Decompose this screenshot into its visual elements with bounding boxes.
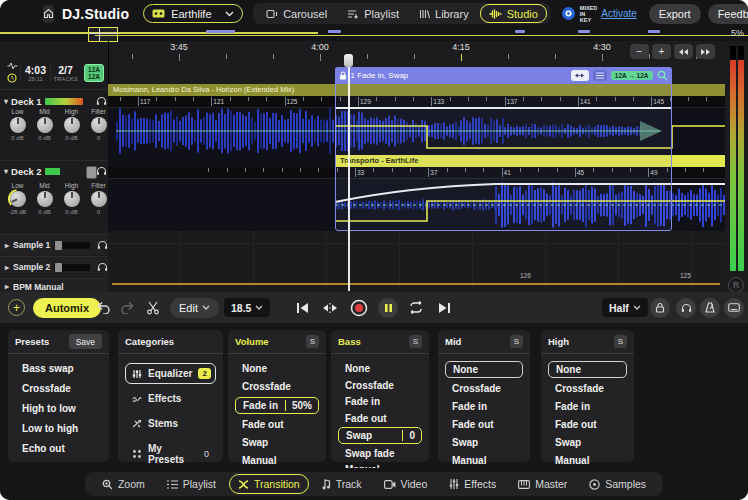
transition-preview-button[interactable]: [571, 70, 589, 81]
tab-video[interactable]: Video: [375, 474, 437, 494]
category-my-presets[interactable]: My Presets 0: [125, 438, 216, 470]
skip-to-start-button[interactable]: [295, 302, 309, 314]
category-equalizer[interactable]: Equalizer 2: [125, 363, 216, 384]
volume-option-fade-in[interactable]: Fade in50%: [235, 397, 319, 414]
activate-link[interactable]: Activate: [601, 8, 637, 19]
tempo-dropdown[interactable]: 18.5: [224, 298, 270, 317]
transition-region[interactable]: 1 Fade in, Swap 12A → 12A: [335, 67, 672, 231]
volume-solo-button[interactable]: S: [306, 335, 319, 348]
redo-button[interactable]: [120, 301, 135, 314]
metronome-button[interactable]: [700, 298, 720, 318]
minimap-viewport[interactable]: [88, 27, 118, 42]
high-option-fade-out[interactable]: Fade out: [548, 417, 627, 432]
lock-button[interactable]: [650, 298, 670, 318]
preset-item[interactable]: High to low: [15, 401, 102, 416]
high-option-crossfade[interactable]: Crossfade: [548, 381, 627, 396]
tempo-automation-line[interactable]: [112, 283, 720, 285]
tab-zoom[interactable]: Zoom: [93, 474, 154, 494]
preset-item[interactable]: Crossfade: [15, 381, 102, 396]
tab-library[interactable]: Library: [410, 4, 478, 23]
skip-to-end-button[interactable]: [438, 302, 452, 314]
tab-carousel[interactable]: Carousel: [257, 4, 336, 23]
deck2-filter-knob[interactable]: [91, 191, 107, 207]
bass-option-none[interactable]: None: [338, 361, 422, 376]
deck1-high-knob[interactable]: [64, 117, 80, 133]
sample1-row[interactable]: ▸ Sample 1: [0, 234, 113, 255]
bass-option-swap[interactable]: Swap0: [338, 427, 422, 444]
preset-item[interactable]: Low to high: [15, 421, 102, 436]
mid-option-manual[interactable]: Manual: [445, 453, 523, 468]
headphones-icon[interactable]: [97, 262, 108, 272]
tab-playlist[interactable]: Playlist: [338, 4, 408, 23]
edit-mode-dropdown[interactable]: Edit: [170, 298, 219, 318]
skip-back-button[interactable]: [674, 44, 693, 59]
tempo-lane[interactable]: 126 125: [108, 256, 725, 291]
mid-option-none[interactable]: None: [445, 361, 523, 378]
volume-option-none[interactable]: None: [235, 361, 319, 376]
half-time-dropdown[interactable]: Half: [602, 298, 648, 317]
volume-option-fade-out[interactable]: Fade out: [235, 417, 319, 432]
category-effects[interactable]: Effects: [125, 388, 216, 409]
tab-studio[interactable]: Studio: [480, 4, 547, 23]
playhead-handle[interactable]: [344, 54, 353, 67]
deck2-header[interactable]: ▾ Deck 2: [0, 160, 112, 178]
arrangement-area[interactable]: 3:454:004:154:30 − + Mosimann, Leandro D…: [108, 41, 725, 291]
high-option-manual[interactable]: Manual: [548, 453, 627, 468]
bass-solo-button[interactable]: S: [409, 335, 422, 348]
transition-list-button[interactable]: [593, 70, 607, 81]
arrangement-minimap[interactable]: 5%: [0, 27, 748, 41]
tab-playlist-bottom[interactable]: Playlist: [158, 474, 225, 494]
add-button[interactable]: +: [8, 299, 25, 316]
mid-option-fade-out[interactable]: Fade out: [445, 417, 523, 432]
category-stems[interactable]: Stems: [125, 413, 216, 434]
mid-option-fade-in[interactable]: Fade in: [445, 399, 523, 414]
sample1-fader[interactable]: [54, 242, 90, 249]
jump-to-transition-button[interactable]: [322, 302, 338, 314]
deck1-header[interactable]: ▾ Deck 1: [0, 94, 112, 108]
headphones-icon[interactable]: [96, 96, 107, 106]
loop-button[interactable]: [408, 301, 424, 314]
deck1-mid-knob[interactable]: [37, 117, 53, 133]
deck2-low-knob[interactable]: [10, 191, 26, 207]
tab-track[interactable]: Track: [313, 474, 371, 494]
playhead[interactable]: [348, 54, 350, 291]
home-button[interactable]: [43, 5, 54, 23]
mid-option-crossfade[interactable]: Crossfade: [445, 381, 523, 396]
pause-button[interactable]: [378, 298, 398, 318]
high-solo-button[interactable]: S: [614, 335, 627, 348]
export-button[interactable]: Export: [649, 4, 701, 24]
headphones-icon[interactable]: [96, 166, 107, 176]
deck1-filter-knob[interactable]: [91, 117, 107, 133]
preset-item[interactable]: Bass swap: [15, 361, 102, 376]
zoom-out-button[interactable]: −: [630, 44, 649, 59]
tab-samples[interactable]: Samples: [580, 474, 655, 494]
sample2-fader[interactable]: [54, 264, 90, 271]
mid-solo-button[interactable]: S: [510, 335, 523, 348]
project-selector[interactable]: Earthlife: [143, 4, 243, 23]
deck1-low-knob[interactable]: [10, 117, 26, 133]
volume-option-manual[interactable]: Manual: [235, 453, 319, 468]
headphones-cue-button[interactable]: [676, 298, 696, 318]
transition-zoom-button[interactable]: [657, 70, 668, 81]
bass-option-crossfade[interactable]: Crossfade: [338, 378, 422, 393]
deck2-high-knob[interactable]: [64, 191, 80, 207]
automix-button[interactable]: Automix: [33, 298, 101, 318]
high-option-none[interactable]: None: [548, 361, 627, 378]
bass-option-fade-in[interactable]: Fade in: [338, 394, 422, 409]
keyboard-shortcuts-button[interactable]: [724, 298, 744, 318]
skip-forward-button[interactable]: [696, 44, 715, 59]
high-option-fade-in[interactable]: Fade in: [548, 399, 627, 414]
high-option-swap[interactable]: Swap: [548, 435, 627, 450]
mid-option-swap[interactable]: Swap: [445, 435, 523, 450]
headphones-icon[interactable]: [97, 240, 108, 250]
feedback-button[interactable]: Feedback: [708, 4, 748, 24]
tab-transition[interactable]: Transition: [229, 474, 309, 494]
zoom-in-button[interactable]: +: [652, 44, 671, 59]
undo-button[interactable]: [96, 301, 111, 314]
bass-option-swap-fade[interactable]: Swap fade: [338, 446, 422, 461]
preset-item[interactable]: Echo out: [15, 441, 102, 456]
bass-option-fade-out[interactable]: Fade out: [338, 411, 422, 426]
deck2-fader-handle[interactable]: [86, 166, 97, 179]
cut-button[interactable]: [146, 301, 160, 315]
volume-option-crossfade[interactable]: Crossfade: [235, 379, 319, 394]
